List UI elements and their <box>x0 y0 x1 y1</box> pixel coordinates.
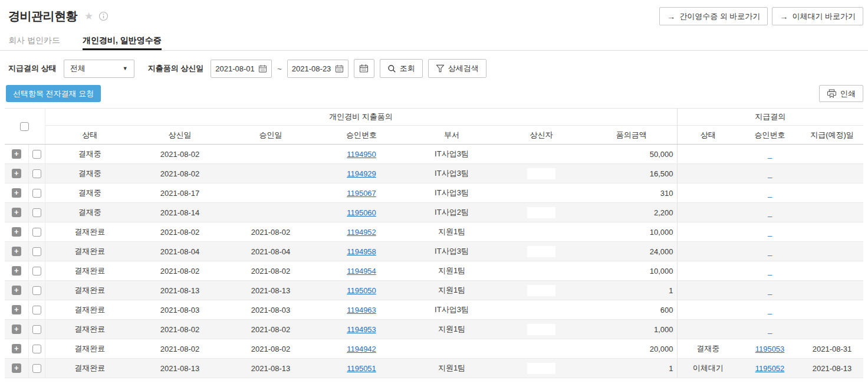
pay-approval-no-cell: 1195053 <box>739 339 801 359</box>
requester-redacted <box>527 168 555 179</box>
expand-row-button[interactable]: + <box>12 286 21 295</box>
expand-row-button[interactable]: + <box>12 208 21 217</box>
search-icon <box>387 64 396 73</box>
select-all-checkbox[interactable] <box>20 122 29 131</box>
expand-cell: + <box>5 320 28 339</box>
tab-corporate-card[interactable]: 회사 법인카드 <box>8 32 60 50</box>
approval-no-link[interactable]: 1195060 <box>347 208 376 217</box>
pay-approval-no-link[interactable]: _ <box>768 228 772 237</box>
expand-cell: + <box>5 145 28 164</box>
row-checkbox[interactable] <box>32 306 41 314</box>
col-header-pay-status: 상태 <box>677 126 739 145</box>
pay-date-cell <box>801 203 863 222</box>
pay-approval-no-cell: _ <box>739 281 801 300</box>
expand-row-button[interactable]: + <box>12 363 21 373</box>
approval-no-link[interactable]: 1194953 <box>347 325 376 334</box>
submitted-date-cell: 2021-08-04 <box>134 242 225 261</box>
pay-status-cell: 결재중 <box>677 339 739 359</box>
approval-no-link[interactable]: 1195067 <box>347 189 376 198</box>
info-icon[interactable] <box>98 11 108 21</box>
pay-approval-no-link[interactable]: _ <box>768 247 772 256</box>
row-checkbox[interactable] <box>32 267 41 276</box>
calendar-icon[interactable] <box>258 64 267 73</box>
checkbox-cell <box>28 281 45 300</box>
shortcut-label: 간이영수증 외 바로가기 <box>679 11 760 22</box>
pay-approval-no-link[interactable]: _ <box>768 208 772 217</box>
advanced-search-button[interactable]: 상세검색 <box>428 59 486 78</box>
calendar-icon[interactable] <box>335 64 344 73</box>
date-to-input[interactable]: 2021-08-23 <box>287 60 348 78</box>
approval-no-link[interactable]: 1194954 <box>347 267 376 276</box>
approval-no-link[interactable]: 1194958 <box>347 247 376 256</box>
approved-date-cell: 2021-08-04 <box>225 242 316 261</box>
expand-cell: + <box>5 242 28 261</box>
select-all-cell <box>5 109 45 145</box>
row-checkbox[interactable] <box>32 286 41 295</box>
expand-row-button[interactable]: + <box>12 325 21 334</box>
pay-status-select[interactable]: 전체 ▼ <box>64 60 134 78</box>
favorite-star-icon[interactable]: ★ <box>84 11 93 21</box>
search-button[interactable]: 조회 <box>380 59 423 78</box>
pay-approval-no-link[interactable]: _ <box>768 306 772 314</box>
pay-approval-no-link[interactable]: _ <box>768 267 772 276</box>
row-checkbox[interactable] <box>32 150 41 159</box>
approval-no-link[interactable]: 1194963 <box>347 306 376 314</box>
tab-personal-expense[interactable]: 개인경비, 일반영수증 <box>83 32 162 50</box>
pay-date-cell <box>801 222 863 242</box>
expand-row-button[interactable]: + <box>12 305 21 314</box>
pay-approval-no-link[interactable]: _ <box>768 286 772 295</box>
row-checkbox[interactable] <box>32 169 41 178</box>
expand-cell: + <box>5 359 28 378</box>
requester-cell <box>497 203 586 222</box>
approval-no-link[interactable]: 1194952 <box>347 228 376 237</box>
approval-no-link[interactable]: 1194950 <box>347 150 376 159</box>
row-checkbox[interactable] <box>32 208 41 217</box>
pay-approval-no-cell: _ <box>739 320 801 339</box>
pay-approval-no-link[interactable]: 1195052 <box>755 364 785 373</box>
row-checkbox[interactable] <box>32 345 41 353</box>
status-cell: 결재완료 <box>45 242 134 261</box>
simple-receipt-shortcut-button[interactable]: → 간이영수증 외 바로가기 <box>659 7 768 25</box>
expand-row-button[interactable]: + <box>12 266 21 276</box>
print-button[interactable]: 인쇄 <box>819 85 863 102</box>
approval-no-link[interactable]: 1194929 <box>347 169 376 178</box>
pay-approval-no-link[interactable]: _ <box>768 169 772 178</box>
date-from-input[interactable]: 2021-08-01 <box>211 60 272 78</box>
row-checkbox[interactable] <box>32 325 41 334</box>
row-checkbox[interactable] <box>32 247 41 256</box>
requester-redacted <box>527 363 555 374</box>
requester-cell <box>497 183 586 203</box>
approval-no-cell: 1194958 <box>316 242 407 261</box>
expand-row-button[interactable]: + <box>12 227 21 237</box>
checkbox-cell <box>28 320 45 339</box>
row-checkbox[interactable] <box>32 364 41 373</box>
transfer-pending-shortcut-button[interactable]: → 이체대기 바로가기 <box>772 7 863 25</box>
expand-row-button[interactable]: + <box>12 149 21 159</box>
amount-cell: 310 <box>586 183 677 203</box>
approval-no-link[interactable]: 1195050 <box>347 286 376 295</box>
amount-cell: 10,000 <box>586 222 677 242</box>
table-row: + 결재완료 2021-08-04 2021-08-04 1194958 IT사… <box>5 242 863 261</box>
expand-row-button[interactable]: + <box>12 169 21 178</box>
period-picker-button[interactable] <box>354 59 374 78</box>
submitted-date-cell: 2021-08-13 <box>134 359 225 378</box>
expand-row-button[interactable]: + <box>12 247 21 256</box>
expand-row-button[interactable]: + <box>12 188 21 198</box>
row-checkbox[interactable] <box>32 189 41 198</box>
status-cell: 결재중 <box>45 183 134 203</box>
status-cell: 결재완료 <box>45 281 134 300</box>
submitted-date-cell: 2021-08-13 <box>134 281 225 300</box>
pay-approval-no-link[interactable]: 1195053 <box>755 345 785 353</box>
approval-no-link[interactable]: 1194942 <box>347 345 376 353</box>
requester-cell <box>497 222 586 242</box>
pay-approval-no-cell: _ <box>739 164 801 183</box>
expand-row-button[interactable]: + <box>12 344 21 353</box>
row-checkbox[interactable] <box>32 228 41 237</box>
table-row: + 결재중 2021-08-02 1194950 IT사업3팀 50,000 _ <box>5 145 863 164</box>
pay-approval-no-link[interactable]: _ <box>768 189 772 198</box>
request-eapproval-button[interactable]: 선택항목 전자결재 요청 <box>6 85 101 102</box>
pay-approval-no-cell: _ <box>739 300 801 320</box>
pay-approval-no-link[interactable]: _ <box>768 150 772 159</box>
approval-no-link[interactable]: 1195051 <box>347 364 376 373</box>
pay-approval-no-link[interactable]: _ <box>768 325 772 334</box>
